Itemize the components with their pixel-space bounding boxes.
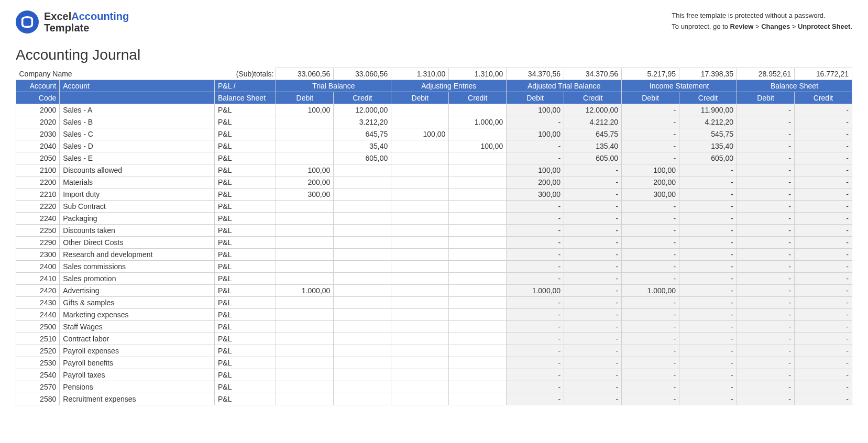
trial-credit-cell[interactable] (334, 249, 391, 261)
account-code-cell[interactable]: 2030 (16, 128, 60, 140)
account-code-cell[interactable]: 2430 (16, 297, 60, 309)
trial-debit-cell[interactable] (276, 249, 334, 261)
trial-credit-cell[interactable] (334, 309, 391, 321)
adjust-credit-cell[interactable] (449, 357, 507, 369)
account-name-cell[interactable]: Payroll expenses (60, 345, 215, 357)
trial-credit-cell[interactable]: 12.000,00 (334, 104, 391, 116)
trial-debit-cell[interactable] (276, 357, 334, 369)
adjust-credit-cell[interactable] (449, 261, 507, 273)
account-code-cell[interactable]: 2020 (16, 116, 60, 128)
trial-debit-cell[interactable] (276, 273, 334, 285)
account-type-cell[interactable]: P&L (214, 116, 276, 128)
adjust-debit-cell[interactable] (391, 309, 449, 321)
adjust-credit-cell[interactable] (449, 128, 507, 140)
account-code-cell[interactable]: 2200 (16, 176, 60, 189)
account-name-cell[interactable]: Gifts & samples (60, 297, 215, 309)
adjust-debit-cell[interactable] (391, 249, 449, 261)
adjust-debit-cell[interactable] (391, 104, 449, 116)
adjust-credit-cell[interactable] (449, 345, 507, 357)
account-name-cell[interactable]: Advertising (60, 285, 215, 297)
trial-debit-cell[interactable] (276, 333, 334, 345)
adjust-credit-cell[interactable] (449, 176, 507, 189)
account-name-cell[interactable]: Other Direct Costs (60, 237, 215, 249)
trial-debit-cell[interactable]: 1.000,00 (276, 285, 334, 297)
account-code-cell[interactable]: 2100 (16, 164, 60, 176)
account-type-cell[interactable]: P&L (214, 152, 276, 164)
account-type-cell[interactable]: P&L (214, 297, 276, 309)
account-code-cell[interactable]: 2570 (16, 381, 60, 393)
account-name-cell[interactable]: Import duty (60, 189, 215, 201)
account-type-cell[interactable]: P&L (214, 333, 276, 345)
adjust-credit-cell[interactable] (449, 164, 507, 176)
adjust-debit-cell[interactable] (391, 369, 449, 381)
account-name-cell[interactable]: Sales promotion (60, 273, 215, 285)
adjust-credit-cell[interactable] (449, 213, 507, 225)
account-code-cell[interactable]: 2290 (16, 237, 60, 249)
account-type-cell[interactable]: P&L (214, 309, 276, 321)
adjust-credit-cell[interactable] (449, 104, 507, 116)
trial-debit-cell[interactable] (276, 297, 334, 309)
account-code-cell[interactable]: 2510 (16, 333, 60, 345)
account-type-cell[interactable]: P&L (214, 237, 276, 249)
adjust-debit-cell[interactable] (391, 189, 449, 201)
account-code-cell[interactable]: 2530 (16, 357, 60, 369)
account-type-cell[interactable]: P&L (214, 393, 276, 405)
adjust-debit-cell[interactable] (391, 225, 449, 237)
adjust-debit-cell[interactable] (391, 285, 449, 297)
trial-credit-cell[interactable] (334, 201, 391, 213)
trial-debit-cell[interactable] (276, 345, 334, 357)
adjust-debit-cell[interactable] (391, 345, 449, 357)
account-type-cell[interactable]: P&L (214, 176, 276, 189)
account-type-cell[interactable]: P&L (214, 104, 276, 116)
account-code-cell[interactable]: 2410 (16, 273, 60, 285)
adjust-credit-cell[interactable] (449, 285, 507, 297)
account-type-cell[interactable]: P&L (214, 164, 276, 176)
account-type-cell[interactable]: P&L (214, 381, 276, 393)
trial-debit-cell[interactable]: 300,00 (276, 189, 334, 201)
account-type-cell[interactable]: P&L (214, 273, 276, 285)
account-type-cell[interactable]: P&L (214, 140, 276, 152)
trial-credit-cell[interactable] (334, 333, 391, 345)
adjust-credit-cell[interactable] (449, 333, 507, 345)
account-name-cell[interactable]: Payroll taxes (60, 369, 215, 381)
trial-credit-cell[interactable] (334, 189, 391, 201)
trial-debit-cell[interactable] (276, 369, 334, 381)
trial-debit-cell[interactable] (276, 140, 334, 152)
trial-debit-cell[interactable] (276, 116, 334, 128)
trial-credit-cell[interactable] (334, 321, 391, 333)
trial-credit-cell[interactable] (334, 357, 391, 369)
trial-credit-cell[interactable]: 3.212,20 (334, 116, 391, 128)
trial-debit-cell[interactable]: 100,00 (276, 104, 334, 116)
account-name-cell[interactable]: Marketing expenses (60, 309, 215, 321)
adjust-credit-cell[interactable] (449, 297, 507, 309)
trial-credit-cell[interactable] (334, 225, 391, 237)
adjust-credit-cell[interactable] (449, 393, 507, 405)
trial-credit-cell[interactable] (334, 285, 391, 297)
account-code-cell[interactable]: 2000 (16, 104, 60, 116)
trial-credit-cell[interactable] (334, 261, 391, 273)
adjust-debit-cell[interactable] (391, 261, 449, 273)
account-name-cell[interactable]: Pensions (60, 381, 215, 393)
trial-debit-cell[interactable]: 200,00 (276, 176, 334, 189)
account-name-cell[interactable]: Research and development (60, 249, 215, 261)
adjust-debit-cell[interactable] (391, 213, 449, 225)
adjust-debit-cell[interactable] (391, 393, 449, 405)
account-name-cell[interactable]: Sub Contract (60, 201, 215, 213)
adjust-credit-cell[interactable] (449, 369, 507, 381)
adjust-debit-cell[interactable] (391, 116, 449, 128)
account-name-cell[interactable]: Sales - E (60, 152, 215, 164)
account-type-cell[interactable]: P&L (214, 261, 276, 273)
trial-debit-cell[interactable] (276, 393, 334, 405)
adjust-credit-cell[interactable] (449, 189, 507, 201)
account-type-cell[interactable]: P&L (214, 285, 276, 297)
account-name-cell[interactable]: Recruitment expenses (60, 393, 215, 405)
adjust-credit-cell[interactable] (449, 309, 507, 321)
account-name-cell[interactable]: Sales - C (60, 128, 215, 140)
account-type-cell[interactable]: P&L (214, 345, 276, 357)
trial-debit-cell[interactable] (276, 309, 334, 321)
account-code-cell[interactable]: 2440 (16, 309, 60, 321)
adjust-credit-cell[interactable]: 100,00 (449, 140, 507, 152)
account-code-cell[interactable]: 2520 (16, 345, 60, 357)
trial-credit-cell[interactable] (334, 213, 391, 225)
adjust-debit-cell[interactable] (391, 201, 449, 213)
